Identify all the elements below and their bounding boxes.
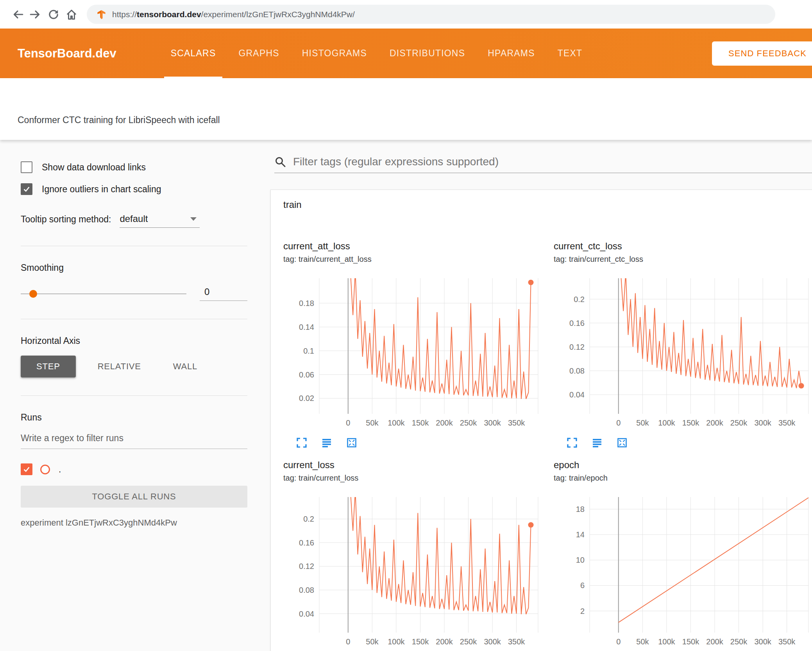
chart-block-loss: current_losstag: train/current_loss 0.04… bbox=[283, 460, 547, 651]
svg-text:0.18: 0.18 bbox=[299, 299, 314, 308]
settings-sidebar: Show data download links Ignore outliers… bbox=[0, 140, 260, 651]
smoothing-label: Smoothing bbox=[21, 263, 247, 273]
svg-text:6: 6 bbox=[580, 581, 585, 590]
svg-text:0.04: 0.04 bbox=[569, 390, 585, 399]
tooltip-sorting-label: Tooltip sorting method: bbox=[21, 214, 111, 228]
svg-text:350k: 350k bbox=[508, 418, 525, 427]
home-icon[interactable] bbox=[63, 5, 80, 23]
show-download-links-checkbox[interactable]: Show data download links bbox=[21, 160, 247, 174]
chart-plot-epoch[interactable]: 26101418050k100k150k200k250k300k350k bbox=[554, 494, 812, 649]
tab-scalars[interactable]: SCALARS bbox=[163, 29, 224, 78]
app-header: TensorBoard.dev SCALARSGRAPHSHISTOGRAMSD… bbox=[0, 29, 812, 78]
send-feedback-button[interactable]: SEND FEEDBACK bbox=[712, 41, 812, 66]
tensorboard-dev-page: { "browser": { "url_scheme": "https://",… bbox=[0, 0, 812, 651]
dashboard-main: Filter tags (regular expressions support… bbox=[260, 140, 812, 651]
forward-icon[interactable] bbox=[27, 5, 45, 23]
axis-wall-button[interactable]: WALL bbox=[163, 356, 207, 377]
chart-plot-loss[interactable]: 0.040.080.120.160.2050k100k150k200k250k3… bbox=[283, 494, 541, 649]
chart-plot-att[interactable]: 0.020.060.10.140.18050k100k150k200k250k3… bbox=[283, 275, 541, 431]
axis-step-button[interactable]: STEP bbox=[21, 356, 76, 377]
svg-text:0.1: 0.1 bbox=[303, 347, 314, 355]
data-table-icon[interactable] bbox=[321, 437, 333, 449]
address-bar[interactable]: https://tensorboard.dev/experiment/lzGnE… bbox=[87, 5, 775, 24]
tab-hparams[interactable]: HPARAMS bbox=[479, 29, 543, 78]
chevron-down-icon bbox=[190, 217, 197, 221]
chart-title: current_loss bbox=[283, 460, 547, 471]
chart-line bbox=[348, 275, 531, 399]
slider-track bbox=[21, 293, 186, 294]
slider-knob[interactable] bbox=[29, 290, 37, 298]
checkbox-unchecked-icon bbox=[21, 161, 32, 173]
chart-tag: tag: train/current_att_loss bbox=[283, 255, 547, 265]
svg-text:0: 0 bbox=[616, 637, 621, 646]
divider bbox=[21, 395, 247, 396]
tab-graphs[interactable]: GRAPHS bbox=[230, 29, 287, 78]
ignore-outliers-checkbox[interactable]: Ignore outliers in chart scaling bbox=[21, 182, 247, 196]
run-checkbox-checked-icon[interactable] bbox=[21, 463, 32, 475]
tooltip-sorting-select[interactable]: default bbox=[120, 213, 200, 228]
svg-text:2: 2 bbox=[580, 607, 585, 615]
fullscreen-icon[interactable] bbox=[566, 437, 578, 449]
svg-text:0.12: 0.12 bbox=[299, 562, 314, 571]
svg-text:350k: 350k bbox=[778, 637, 796, 646]
svg-text:0.08: 0.08 bbox=[569, 367, 585, 375]
svg-text:0.02: 0.02 bbox=[299, 394, 314, 402]
chart-block-att: current_att_losstag: train/current_att_l… bbox=[283, 241, 547, 449]
svg-text:0.06: 0.06 bbox=[299, 370, 314, 379]
smoothing-slider[interactable] bbox=[21, 287, 186, 301]
runs-filter-input[interactable]: Write a regex to filter runs bbox=[21, 433, 247, 449]
experiment-title-band: Conformer CTC training for LibriSpeech w… bbox=[0, 78, 812, 140]
filter-tags-input[interactable]: Filter tags (regular expressions support… bbox=[293, 156, 499, 168]
chart-end-dot bbox=[528, 522, 534, 528]
svg-text:0.16: 0.16 bbox=[569, 319, 585, 327]
svg-text:300k: 300k bbox=[484, 637, 501, 646]
svg-text:100k: 100k bbox=[658, 418, 675, 427]
svg-text:0: 0 bbox=[346, 637, 350, 646]
svg-text:150k: 150k bbox=[682, 418, 699, 427]
filter-tags-row: Filter tags (regular expressions support… bbox=[274, 156, 812, 173]
chart-tag: tag: train/current_loss bbox=[283, 474, 547, 484]
svg-text:0.2: 0.2 bbox=[574, 295, 585, 304]
chart-toolbar bbox=[566, 437, 812, 449]
axis-relative-button[interactable]: RELATIVE bbox=[88, 356, 151, 377]
fit-domain-icon[interactable] bbox=[346, 437, 358, 449]
svg-text:300k: 300k bbox=[484, 418, 501, 427]
smoothing-value-input[interactable]: 0 bbox=[200, 286, 247, 301]
svg-text:50k: 50k bbox=[636, 418, 649, 427]
svg-text:100k: 100k bbox=[658, 637, 675, 646]
tensorboard-logo: TensorBoard.dev bbox=[18, 46, 116, 61]
horizontal-axis-label: Horizontal Axis bbox=[21, 336, 247, 346]
chart-end-dot bbox=[799, 383, 804, 388]
url-text: https://tensorboard.dev/experiment/lzGnE… bbox=[112, 10, 355, 19]
tensorboard-favicon bbox=[96, 9, 107, 20]
reload-icon[interactable] bbox=[45, 5, 63, 23]
checkbox-checked-icon bbox=[21, 183, 32, 195]
chart-title: current_att_loss bbox=[283, 241, 547, 252]
svg-text:250k: 250k bbox=[730, 418, 748, 427]
chart-title: epoch bbox=[554, 460, 812, 471]
divider bbox=[21, 319, 247, 319]
toggle-all-runs-button[interactable]: TOGGLE ALL RUNS bbox=[21, 486, 247, 508]
svg-text:50k: 50k bbox=[366, 418, 379, 427]
svg-text:150k: 150k bbox=[682, 637, 699, 646]
chart-line bbox=[619, 275, 801, 388]
run-row[interactable]: . bbox=[21, 462, 247, 476]
chart-block-ctc: current_ctc_losstag: train/current_ctc_l… bbox=[554, 241, 812, 449]
svg-text:100k: 100k bbox=[388, 637, 405, 646]
chart-plot-ctc[interactable]: 0.040.080.120.160.2050k100k150k200k250k3… bbox=[554, 275, 812, 431]
fullscreen-icon[interactable] bbox=[296, 437, 308, 449]
tooltip-sorting-value: default bbox=[120, 213, 148, 224]
svg-text:10: 10 bbox=[576, 556, 585, 564]
charts-grid: current_att_losstag: train/current_att_l… bbox=[283, 241, 812, 651]
back-icon[interactable] bbox=[9, 5, 27, 23]
tab-text[interactable]: TEXT bbox=[549, 29, 591, 78]
section-title[interactable]: train bbox=[283, 199, 812, 210]
svg-text:350k: 350k bbox=[508, 637, 525, 646]
svg-text:18: 18 bbox=[576, 505, 585, 513]
svg-text:0.12: 0.12 bbox=[569, 343, 585, 351]
data-table-icon[interactable] bbox=[591, 437, 603, 449]
svg-text:150k: 150k bbox=[412, 637, 429, 646]
tab-histograms[interactable]: HISTOGRAMS bbox=[294, 29, 375, 78]
tab-distributions[interactable]: DISTRIBUTIONS bbox=[381, 29, 473, 78]
fit-domain-icon[interactable] bbox=[616, 437, 628, 449]
